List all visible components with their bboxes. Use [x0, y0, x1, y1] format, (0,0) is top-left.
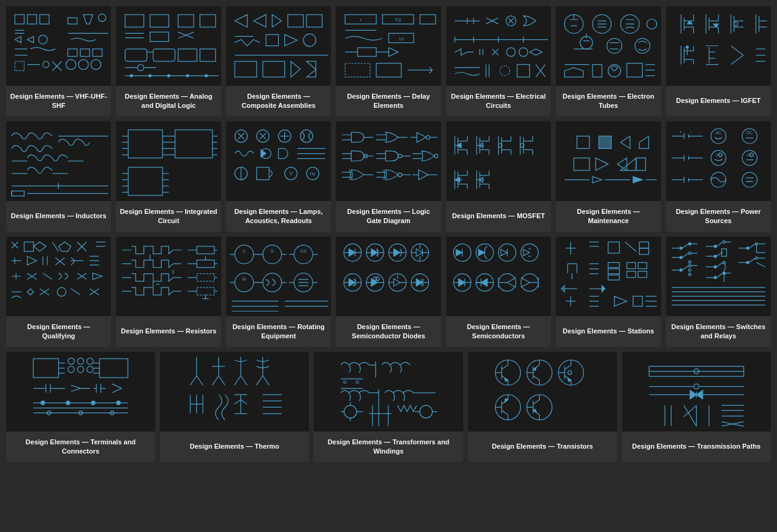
- svg-line-572: [682, 253, 688, 257]
- card-stations[interactable]: Design Elements — Stations: [556, 237, 661, 347]
- svg-rect-25: [178, 15, 193, 27]
- svg-line-500: [485, 256, 487, 259]
- card-image-composite: [226, 6, 331, 86]
- svg-line-668: [263, 376, 269, 385]
- svg-line-737: [533, 400, 539, 404]
- card-maintenance[interactable]: Design Elements — Maintenance: [556, 121, 661, 232]
- row-1: Design Elements — VHF-UHF-SHF: [6, 6, 771, 116]
- card-power-sources[interactable]: + − AC DC AC: [666, 121, 771, 232]
- svg-point-750: [694, 384, 699, 389]
- card-qualifying[interactable]: Design Elements — Qualifying: [6, 237, 111, 347]
- svg-point-597: [714, 276, 716, 279]
- card-label-qualifying: Design Elements — Qualifying: [6, 316, 111, 347]
- svg-rect-64: [420, 15, 435, 24]
- svg-line-657: [191, 376, 197, 385]
- svg-point-39: [130, 75, 132, 77]
- svg-line-75: [429, 67, 432, 70]
- svg-rect-56: [235, 61, 257, 77]
- card-image-terminals: [6, 352, 155, 431]
- svg-point-54: [303, 34, 316, 47]
- card-image-analog: [116, 6, 221, 86]
- svg-line-604: [749, 244, 755, 248]
- row-4: Design Elements — Terminals and Connecto…: [6, 352, 771, 462]
- svg-rect-189: [175, 130, 212, 158]
- card-label-rotating: Design Elements — Rotating Equipment: [226, 316, 331, 347]
- svg-rect-402: [197, 246, 214, 254]
- card-transistors[interactable]: Design Elements — Transistors: [468, 352, 617, 462]
- svg-line-474: [352, 284, 356, 286]
- card-resistors[interactable]: Design Elements — Resistors: [116, 237, 221, 347]
- card-integrated[interactable]: Design Elements — Integrated Circuit: [116, 121, 221, 232]
- svg-point-625: [87, 358, 93, 364]
- svg-rect-45: [200, 49, 215, 61]
- svg-point-42: [186, 75, 189, 77]
- svg-point-698: [420, 406, 433, 419]
- card-composite[interactable]: Design Elements — Composite Assemblies: [226, 6, 331, 116]
- svg-line-585: [716, 242, 722, 246]
- card-terminals[interactable]: Design Elements — Terminals and Connecto…: [6, 352, 155, 462]
- row-2: Design Elements — Inductors: [6, 121, 771, 232]
- svg-line-638: [71, 389, 80, 392]
- svg-rect-29: [150, 32, 169, 42]
- card-thermo[interactable]: Design Elements — Thermo: [160, 352, 309, 462]
- svg-text:IE: IE: [343, 380, 347, 386]
- svg-point-566: [680, 247, 682, 249]
- card-mosfet[interactable]: Design Elements — MOSFET: [446, 121, 551, 232]
- svg-point-12: [43, 61, 49, 67]
- svg-marker-135: [687, 21, 692, 24]
- card-analog-digital[interactable]: Design Elements — Analog and Digital Log…: [116, 6, 221, 116]
- svg-marker-733: [504, 398, 507, 402]
- card-semiconductor-diodes[interactable]: Design Elements — Semiconductor Diodes: [336, 237, 441, 347]
- svg-text:+: +: [679, 130, 681, 135]
- card-label-electron-tubes: Design Elements — Electron Tubes: [556, 86, 661, 116]
- card-semiconductors[interactable]: Design Elements — Semiconductors: [446, 237, 551, 347]
- card-transmission[interactable]: Design Elements — Transmission Paths: [622, 352, 771, 462]
- svg-line-664: [235, 376, 241, 385]
- card-switches-relays[interactable]: Design Elements — Switches and Relays: [666, 237, 771, 347]
- svg-marker-502: [501, 249, 507, 256]
- card-electron-tubes[interactable]: Design Elements — Electron Tubes: [556, 6, 661, 116]
- svg-marker-753: [690, 390, 696, 399]
- svg-marker-497: [479, 249, 485, 256]
- svg-rect-536: [640, 248, 649, 254]
- card-label-semiconductors: Design Elements — Semiconductors: [446, 316, 551, 347]
- card-vhf-uhf-shf[interactable]: Design Elements — VHF-UHF-SHF: [6, 6, 111, 116]
- card-image-vhf: [6, 6, 111, 86]
- card-label-transmission: Design Elements — Transmission Paths: [622, 431, 771, 462]
- svg-marker-47: [254, 15, 266, 27]
- svg-marker-2: [40, 15, 49, 24]
- card-image-logic-gate: [336, 121, 441, 201]
- svg-marker-10: [15, 61, 24, 70]
- card-delay[interactable]: τ T/2 1/f: [336, 6, 441, 116]
- svg-point-577: [680, 269, 682, 272]
- svg-marker-320: [634, 177, 643, 183]
- svg-marker-6: [28, 37, 34, 43]
- card-image-lamps: V Hz: [226, 121, 331, 201]
- svg-marker-5: [15, 37, 21, 43]
- card-label-integrated: Design Elements — Integrated Circuit: [116, 201, 221, 232]
- svg-line-499: [485, 246, 487, 249]
- svg-marker-741: [533, 409, 536, 412]
- card-image-stations: [556, 237, 661, 316]
- svg-marker-0: [15, 15, 24, 24]
- card-rotating[interactable]: C G GS M: [226, 237, 331, 347]
- card-label-delay: Design Elements — Delay Elements: [336, 86, 441, 116]
- card-logic-gate[interactable]: Design Elements — Logic Gate Diagram: [336, 121, 441, 232]
- svg-text:G: G: [271, 249, 275, 254]
- svg-point-652: [116, 401, 120, 405]
- svg-line-534: [625, 242, 636, 251]
- card-image-switches-relays: [666, 237, 771, 316]
- svg-point-95: [519, 48, 528, 56]
- card-transformers[interactable]: IE IE: [314, 352, 463, 462]
- svg-marker-460: [393, 249, 400, 256]
- card-electrical[interactable]: Design Elements — Electrical Circuits: [446, 6, 551, 116]
- row-3: Design Elements — Qualifying: [6, 237, 771, 347]
- card-inductors[interactable]: Design Elements — Inductors: [6, 121, 111, 232]
- svg-line-713: [533, 376, 539, 380]
- svg-point-247: [398, 154, 401, 158]
- svg-marker-299: [455, 177, 460, 182]
- svg-text:C: C: [243, 249, 246, 254]
- card-lamps[interactable]: V Hz Design Elements — Lamps, Acoustics,…: [226, 121, 331, 232]
- card-label-switches-relays: Design Elements — Switches and Relays: [666, 316, 771, 347]
- card-igfet[interactable]: Design Elements — IGFET: [666, 6, 771, 116]
